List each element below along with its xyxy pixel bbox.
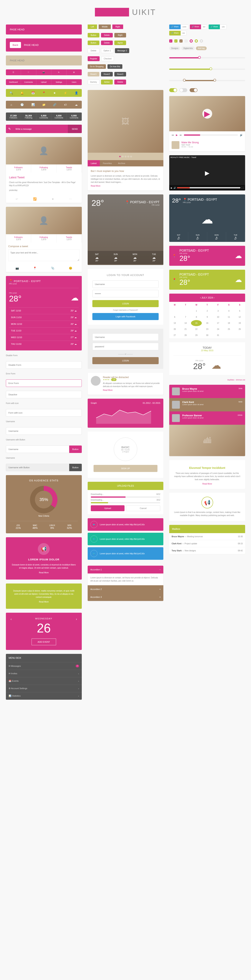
radio[interactable] bbox=[190, 40, 193, 43]
add-event-button[interactable]: ADD EVENT bbox=[32, 639, 56, 645]
button[interactable]: Right bbox=[114, 33, 126, 37]
calendar-day[interactable]: 29 bbox=[191, 332, 202, 338]
home-icon[interactable]: ⌂ bbox=[6, 101, 17, 108]
toggle-on[interactable] bbox=[169, 88, 177, 92]
button[interactable]: Hover1 bbox=[88, 72, 99, 76]
calendar-day[interactable]: 28 bbox=[180, 332, 191, 338]
nav-users[interactable]: Users bbox=[67, 79, 82, 85]
star-icon[interactable]: ★ bbox=[49, 89, 60, 97]
username-input[interactable] bbox=[6, 427, 82, 435]
signup-button[interactable]: SIGN UP bbox=[94, 465, 158, 472]
button[interactable]: Message 3 bbox=[115, 48, 129, 53]
calendar-day[interactable]: 18 bbox=[224, 320, 234, 326]
tag[interactable]: Designs bbox=[169, 46, 180, 50]
user-icon[interactable]: 👤 bbox=[71, 89, 82, 97]
disable-input[interactable] bbox=[6, 361, 82, 369]
checkbox[interactable]: ✓ bbox=[169, 40, 173, 43]
login-fb[interactable]: Login with Facebook bbox=[92, 313, 159, 320]
button[interactable]: Delete bbox=[101, 41, 113, 45]
checkbox[interactable]: ✓ bbox=[179, 40, 182, 43]
calendar-day[interactable]: 7 bbox=[180, 314, 191, 320]
message-input[interactable] bbox=[13, 125, 68, 133]
mail-row[interactable]: Tony Stark — New designs 08:42 bbox=[169, 547, 245, 554]
login-user[interactable] bbox=[92, 280, 159, 288]
heart-icon[interactable]: ♡ bbox=[21, 69, 36, 75]
acc-2[interactable]: Accordion 2+ bbox=[88, 585, 163, 593]
login2-button[interactable]: LOGIN bbox=[92, 357, 159, 364]
menu-item[interactable]: 📊 Statistics› bbox=[6, 692, 82, 700]
button[interactable]: Option 1 bbox=[101, 48, 114, 53]
send-button[interactable]: SEND bbox=[68, 125, 82, 133]
share-button[interactable]: 🔗 Share10K bbox=[209, 24, 227, 29]
calendar-day[interactable]: 4 bbox=[224, 308, 234, 314]
read-more[interactable]: Read More bbox=[91, 185, 101, 187]
bolt-icon[interactable]: ⚡ bbox=[60, 89, 71, 97]
toggle[interactable] bbox=[190, 88, 197, 92]
calendar-day[interactable]: 21 bbox=[180, 326, 191, 332]
video-player[interactable]: ROYALTY FREE MUSIC - Travel ▶ ▶🔊⛶ bbox=[169, 155, 245, 191]
calendar-day[interactable] bbox=[180, 308, 191, 314]
link-icon[interactable]: 🔗 bbox=[49, 101, 60, 108]
prev-icon[interactable]: ⏮ bbox=[171, 134, 174, 137]
compose-textarea[interactable] bbox=[8, 249, 80, 261]
back-button[interactable]: Back bbox=[10, 42, 21, 48]
social-card[interactable]: 🐦Lorem ipsum dolor sit amet, mihin http:… bbox=[88, 518, 163, 531]
button[interactable]: Register bbox=[88, 56, 100, 61]
tab-following[interactable]: Following1,573 bbox=[31, 164, 56, 173]
checkbox[interactable] bbox=[184, 40, 188, 43]
calendar-day[interactable]: 11 bbox=[224, 314, 234, 320]
share-button[interactable]: 🔗 Share100K bbox=[169, 24, 188, 29]
play-icon[interactable]: ▶ bbox=[176, 134, 177, 137]
button[interactable]: Go to Shopping bbox=[88, 64, 106, 69]
button[interactable]: Delete bbox=[101, 33, 113, 37]
slider-range[interactable] bbox=[169, 80, 245, 81]
read-more[interactable]: Read More bbox=[12, 601, 76, 603]
input-button[interactable]: Button bbox=[69, 445, 82, 453]
calendar-day[interactable]: 3 bbox=[213, 308, 223, 314]
clock-icon[interactable]: 🕐 bbox=[17, 101, 27, 108]
login-pass[interactable] bbox=[92, 290, 159, 298]
video-thumb[interactable]: ▶ bbox=[169, 96, 245, 131]
read-more[interactable]: Read More bbox=[173, 483, 241, 485]
tab-latest[interactable]: Latest bbox=[88, 160, 100, 166]
icon-input[interactable] bbox=[6, 409, 82, 417]
calendar-day[interactable]: 14 bbox=[180, 320, 191, 326]
calendar-day[interactable]: 31 bbox=[213, 332, 223, 338]
button[interactable]: Button bbox=[88, 41, 99, 45]
slider-olive[interactable] bbox=[169, 68, 245, 70]
acc-1[interactable]: Accordion 1− bbox=[88, 566, 163, 573]
calendar-day[interactable]: 22 bbox=[191, 326, 202, 332]
radio[interactable] bbox=[195, 40, 198, 43]
checkbox[interactable]: ✓ bbox=[174, 40, 177, 43]
button[interactable]: Hover3 bbox=[114, 72, 126, 76]
user-btn-input-2[interactable] bbox=[6, 464, 69, 471]
calendar-day[interactable]: 16 bbox=[202, 320, 213, 326]
button[interactable]: Do how this bbox=[107, 64, 122, 69]
gear-icon[interactable]: ⚙ bbox=[67, 69, 82, 75]
calendar-icon[interactable]: 📅 bbox=[27, 89, 38, 97]
button[interactable]: Delete bbox=[114, 80, 126, 84]
camera-icon[interactable]: 📷 bbox=[36, 69, 51, 75]
button[interactable]: Delete bbox=[88, 48, 99, 53]
login2-user[interactable] bbox=[92, 333, 159, 341]
button[interactable]: Dummy bbox=[88, 80, 99, 84]
calendar-day[interactable]: 8 bbox=[191, 314, 202, 320]
chevron-right-icon[interactable]: › bbox=[76, 617, 77, 621]
chevron-left-icon[interactable]: ‹ bbox=[11, 617, 11, 621]
calendar-day[interactable]: 25 bbox=[224, 326, 234, 332]
tag[interactable]: Digital Arts bbox=[181, 46, 195, 50]
calendar-day[interactable] bbox=[169, 308, 180, 314]
mail-row[interactable]: Bruce Wayne — Meeting tomorrow 10:30 bbox=[169, 533, 245, 540]
menu-item[interactable]: ⚙ Account Settings› bbox=[6, 685, 82, 692]
mail-row[interactable]: Clark Kent — Project update 09:15 bbox=[169, 540, 245, 547]
button[interactable]: Button bbox=[88, 33, 99, 37]
chart-icon[interactable]: 📊 bbox=[27, 101, 38, 108]
calendar-day[interactable]: 12 bbox=[234, 314, 245, 320]
calendar-day[interactable]: 15 bbox=[191, 320, 202, 326]
menu-item[interactable]: ✉ Messages7 bbox=[6, 662, 82, 670]
calendar-day[interactable]: 23 bbox=[202, 326, 213, 332]
share-button[interactable]: 🔗 Share6M bbox=[169, 31, 187, 35]
calendar-day[interactable] bbox=[234, 332, 245, 338]
calendar-day[interactable]: 1 bbox=[191, 308, 202, 314]
chevron-left-icon[interactable]: ‹ bbox=[200, 296, 201, 299]
